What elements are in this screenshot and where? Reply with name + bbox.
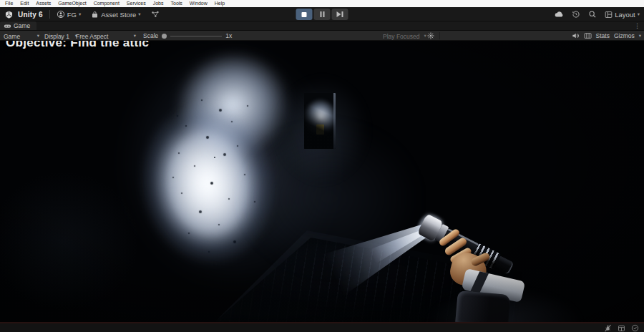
cloud-icon[interactable] — [554, 10, 564, 19]
display-dropdown[interactable]: Display 1 ▾ — [44, 31, 72, 41]
cache-package-icon[interactable] — [618, 324, 625, 332]
layout-label: Layout — [615, 11, 635, 19]
toolbar-divider — [439, 32, 440, 39]
chevron-down-icon: ▾ — [79, 12, 81, 17]
menu-item-services[interactable]: Services — [123, 0, 150, 7]
tab-game-label: Game — [14, 22, 30, 29]
menu-item-tools[interactable]: Tools — [167, 0, 186, 7]
bag-icon — [91, 11, 99, 19]
stop-icon — [302, 12, 307, 17]
play-focused-dropdown[interactable]: Play Focused ▾ — [383, 31, 426, 41]
stop-button[interactable] — [296, 9, 313, 20]
unity-editor-window: File Edit Assets GameObject Component Se… — [0, 0, 644, 332]
layout-dropdown[interactable]: Layout ▾ — [605, 11, 640, 19]
chevron-down-icon: ▾ — [37, 34, 39, 39]
asset-store-label: Asset Store — [101, 11, 136, 19]
search-icon[interactable] — [588, 10, 597, 19]
scene-vignette — [0, 41, 644, 322]
gizmos-dropdown[interactable]: Gizmos — [614, 32, 635, 39]
step-icon — [337, 11, 343, 17]
toolbar-left-group: Unity 6 FG ▾ Asset Store ▾ — [4, 7, 160, 21]
main-toolbar: Unity 6 FG ▾ Asset Store ▾ — [0, 7, 644, 21]
mute-audio-icon[interactable] — [572, 32, 580, 39]
account-avatar-icon — [57, 10, 65, 19]
pause-icon — [320, 11, 324, 17]
menu-item-component[interactable]: Component — [90, 0, 123, 7]
account-dropdown[interactable]: FG ▾ — [57, 10, 81, 19]
menu-item-edit[interactable]: Edit — [16, 0, 32, 7]
tab-overflow-menu[interactable]: ⋮ — [634, 21, 640, 31]
menu-item-assets[interactable]: Assets — [32, 0, 54, 7]
asset-store-button[interactable]: Asset Store ▾ — [91, 11, 140, 19]
gamepad-icon — [4, 23, 11, 29]
play-focused-label: Play Focused — [383, 32, 420, 40]
pause-button[interactable] — [314, 9, 331, 20]
game-view-toolbar: Game ▾ Display 1 ▾ Free Aspect ▾ Scale 1… — [0, 31, 644, 41]
layout-grid-icon — [605, 11, 613, 19]
step-button[interactable] — [332, 9, 348, 20]
view-tab-bar: Game ⋮ — [0, 21, 644, 31]
capture-flare-icon[interactable] — [427, 32, 434, 39]
menu-item-file[interactable]: File — [1, 0, 16, 7]
menu-item-jobs[interactable]: Jobs — [150, 0, 167, 7]
game-viewport[interactable]: Objective: Find the attic — [0, 41, 644, 322]
tab-game[interactable]: Game — [0, 21, 36, 30]
multiplayer-network-icon[interactable] — [151, 10, 160, 19]
scale-value: 1x — [225, 32, 232, 39]
stats-toggle[interactable]: Stats — [596, 32, 610, 39]
menu-bar: File Edit Assets GameObject Component Se… — [0, 0, 644, 7]
menu-item-window[interactable]: Window — [186, 0, 211, 7]
chevron-down-icon: ▾ — [424, 34, 426, 39]
game-mode-dropdown[interactable]: Game ▾ — [4, 31, 39, 41]
product-name: Unity 6 — [18, 11, 43, 19]
menu-item-help[interactable]: Help — [211, 0, 228, 7]
objective-hud-text: Objective: Find the attic — [6, 41, 149, 50]
scale-label: Scale — [143, 32, 158, 39]
play-controls — [296, 9, 348, 20]
display-label: Display 1 — [44, 32, 69, 40]
debugger-disabled-icon[interactable] — [604, 324, 612, 332]
chevron-down-icon: ▾ — [639, 34, 641, 39]
unity-logo-icon — [4, 10, 14, 19]
scale-slider-track[interactable] — [170, 36, 222, 36]
account-label: FG — [67, 11, 77, 19]
game-toolbar-right: Stats Gizmos ▾ — [572, 31, 641, 41]
toolbar-divider — [49, 10, 50, 19]
scale-slider-knob[interactable] — [162, 34, 167, 39]
chevron-down-icon: ▾ — [138, 12, 140, 17]
chevron-down-icon: ▾ — [638, 12, 640, 17]
aspect-ratio-label: Free Aspect — [76, 32, 108, 40]
chevron-down-icon: ▾ — [134, 34, 136, 39]
status-bar — [0, 323, 644, 332]
progress-check-icon[interactable] — [631, 324, 639, 332]
scale-slider: Scale 1x — [143, 31, 232, 41]
toolbar-right-group: Layout ▾ — [554, 7, 640, 21]
menu-item-gameobject[interactable]: GameObject — [54, 0, 89, 7]
history-icon[interactable] — [572, 10, 580, 19]
aspect-ratio-dropdown[interactable]: Free Aspect ▾ — [76, 31, 136, 41]
game-mode-label: Game — [4, 32, 20, 40]
record-grid-icon[interactable] — [584, 32, 592, 39]
